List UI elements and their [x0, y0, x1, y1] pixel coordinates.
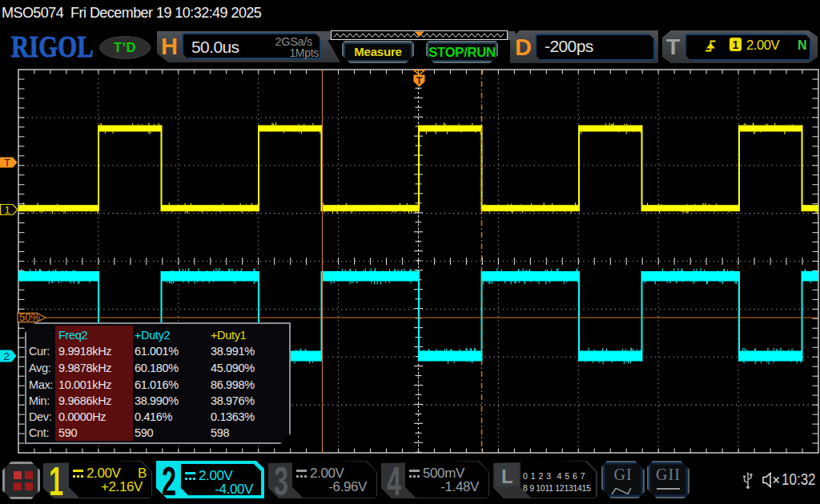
svg-text:2: 2 — [3, 350, 9, 362]
svg-text:T: T — [4, 157, 10, 169]
svg-text:50%: 50% — [19, 311, 40, 323]
svg-text:T: T — [416, 74, 423, 86]
svg-text:1: 1 — [4, 204, 10, 216]
